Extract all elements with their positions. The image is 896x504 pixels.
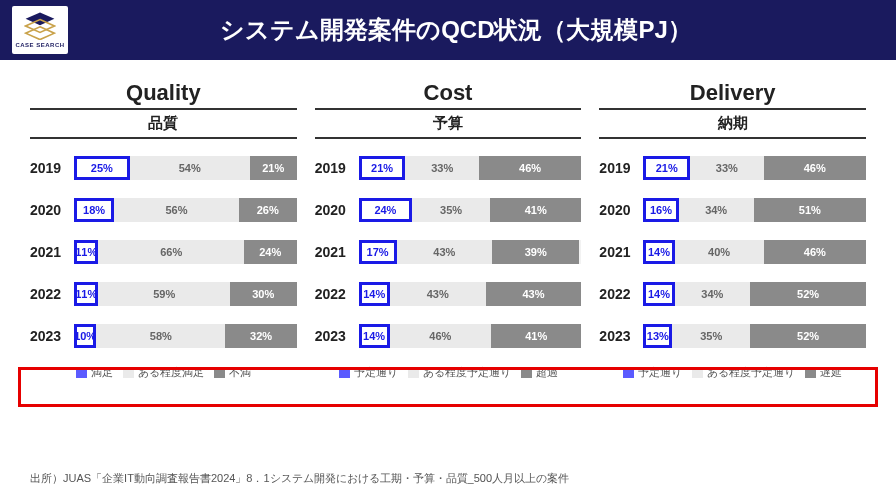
stacked-bar: 16%34%51% [643, 198, 866, 222]
year-label: 2023 [315, 328, 359, 344]
data-row: 201925%54%21% [30, 155, 297, 181]
year-label: 2022 [599, 286, 643, 302]
legend-label: ある程度予定通り [707, 365, 795, 380]
stacked-bar: 11%59%30% [74, 282, 297, 306]
bar-segment: 21% [359, 156, 406, 180]
legend-item: ある程度予定通り [692, 365, 795, 380]
data-row: 202114%40%46% [599, 239, 866, 265]
stacked-bar: 13%35%52% [643, 324, 866, 348]
bar-segment: 34% [679, 198, 754, 222]
bar-segment: 17% [359, 240, 397, 264]
bar-segment: 24% [244, 240, 297, 264]
legend-item: 予定通り [339, 365, 398, 380]
bar-segment: 46% [390, 324, 491, 348]
layers-icon [24, 12, 56, 40]
legend-label: ある程度予定通り [423, 365, 511, 380]
legend-swatch [339, 367, 350, 378]
legend-item: 満足 [76, 365, 113, 380]
bar-segment: 40% [675, 240, 764, 264]
stacked-bar: 14%40%46% [643, 240, 866, 264]
legend: 満足ある程度満足不満 [30, 365, 297, 380]
page-title: システム開発案件のQCD状況（大規模PJ） [88, 14, 884, 46]
year-label: 2020 [315, 202, 359, 218]
data-row: 201921%33%46% [315, 155, 582, 181]
data-row: 202314%46%41% [315, 323, 582, 349]
legend-label: ある程度満足 [138, 365, 204, 380]
year-label: 2023 [30, 328, 74, 344]
bar-segment: 43% [486, 282, 582, 306]
year-label: 2019 [30, 160, 74, 176]
bar-segment: 21% [643, 156, 690, 180]
bar-segment: 14% [643, 240, 674, 264]
legend-item: 予定通り [623, 365, 682, 380]
bar-segment: 52% [750, 282, 866, 306]
bar-segment: 59% [98, 282, 229, 306]
bar-segment: 43% [397, 240, 493, 264]
year-label: 2020 [30, 202, 74, 218]
bar-segment: 56% [114, 198, 239, 222]
year-label: 2019 [315, 160, 359, 176]
bar-segment: 11% [74, 240, 98, 264]
year-label: 2021 [599, 244, 643, 260]
column-title-en: Delivery [599, 80, 866, 106]
legend-swatch [408, 367, 419, 378]
chart-column: Delivery納期201921%33%46%202016%34%51%2021… [599, 80, 866, 380]
data-row: 202117%43%39% [315, 239, 582, 265]
bar-segment: 25% [74, 156, 130, 180]
legend-label: 遅延 [820, 365, 842, 380]
column-title-jp: 品質 [30, 108, 297, 139]
stacked-bar: 14%46%41% [359, 324, 582, 348]
stacked-bar: 11%66%24% [74, 240, 297, 264]
bar-segment: 14% [643, 282, 674, 306]
stacked-bar: 14%34%52% [643, 282, 866, 306]
legend-swatch [805, 367, 816, 378]
legend-label: 不満 [229, 365, 251, 380]
stacked-bar: 25%54%21% [74, 156, 297, 180]
bar-segment: 11% [74, 282, 98, 306]
column-title-jp: 納期 [599, 108, 866, 139]
legend-item: 超過 [521, 365, 558, 380]
column-title-jp: 予算 [315, 108, 582, 139]
data-row: 202214%34%52% [599, 281, 866, 307]
chart-column: Cost予算201921%33%46%202024%35%41%202117%4… [315, 80, 582, 380]
bar-segment: 39% [492, 240, 579, 264]
header: CASE SEARCH システム開発案件のQCD状況（大規模PJ） [0, 0, 896, 60]
year-label: 2023 [599, 328, 643, 344]
legend-item: ある程度満足 [123, 365, 204, 380]
content: Quality品質201925%54%21%202018%56%26%20211… [0, 60, 896, 380]
bar-segment: 41% [490, 198, 581, 222]
data-row: 202018%56%26% [30, 197, 297, 223]
bar-segment: 43% [390, 282, 486, 306]
year-label: 2020 [599, 202, 643, 218]
legend: 予定通りある程度予定通り超過 [315, 365, 582, 380]
logo-text: CASE SEARCH [15, 42, 64, 48]
stacked-bar: 21%33%46% [643, 156, 866, 180]
bar-segment: 46% [764, 156, 866, 180]
source-text: 出所）JUAS「企業IT動向調査報告書2024」8．1システム開発における工期・… [30, 471, 569, 486]
data-row: 202214%43%43% [315, 281, 582, 307]
bar-segment: 32% [225, 324, 296, 348]
legend: 予定通りある程度予定通り遅延 [599, 365, 866, 380]
year-label: 2022 [30, 286, 74, 302]
bar-segment: 33% [405, 156, 478, 180]
bar-segment: 52% [750, 324, 866, 348]
legend-swatch [623, 367, 634, 378]
stacked-bar: 24%35%41% [359, 198, 582, 222]
legend-item: 遅延 [805, 365, 842, 380]
stacked-bar: 17%43%39% [359, 240, 582, 264]
stacked-bar: 21%33%46% [359, 156, 582, 180]
data-row: 202016%34%51% [599, 197, 866, 223]
legend-item: ある程度予定通り [408, 365, 511, 380]
legend-swatch [214, 367, 225, 378]
bar-segment: 30% [230, 282, 297, 306]
legend-label: 予定通り [638, 365, 682, 380]
bar-segment: 58% [96, 324, 225, 348]
year-label: 2022 [315, 286, 359, 302]
bar-segment: 46% [764, 240, 866, 264]
legend-item: 不満 [214, 365, 251, 380]
bar-segment: 13% [643, 324, 672, 348]
bar-segment: 16% [643, 198, 678, 222]
data-row: 201921%33%46% [599, 155, 866, 181]
legend-swatch [692, 367, 703, 378]
legend-label: 予定通り [354, 365, 398, 380]
